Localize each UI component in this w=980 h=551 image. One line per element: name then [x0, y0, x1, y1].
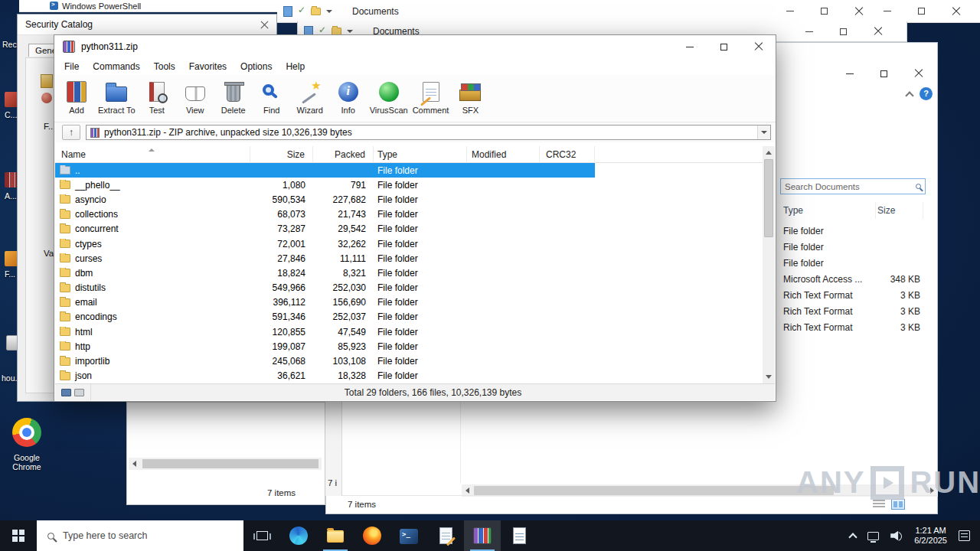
- archive-row-html[interactable]: html120,85547,549File folder: [55, 324, 595, 339]
- vertical-scrollbar[interactable]: [763, 146, 775, 383]
- maximize-button[interactable]: [807, 0, 841, 22]
- desktop-icon-label[interactable]: F...: [5, 269, 15, 279]
- scroll-left-icon[interactable]: [466, 487, 469, 494]
- scrollbar-thumb[interactable]: [474, 486, 834, 495]
- horizontal-scrollbar[interactable]: [129, 458, 322, 470]
- chrome-icon[interactable]: [12, 418, 41, 447]
- column-header-type[interactable]: Type: [780, 202, 876, 219]
- documents-row[interactable]: Rich Text Format3 KB: [780, 319, 926, 335]
- column-header-type[interactable]: Type: [374, 146, 467, 163]
- archive-row-asyncio[interactable]: asyncio590,534227,682File folder: [55, 192, 595, 207]
- thumbnail-view-icon[interactable]: [891, 499, 905, 510]
- task-view-button[interactable]: [243, 520, 280, 551]
- archive-row-distutils[interactable]: distutils549,966252,030File folder: [55, 281, 595, 295]
- explorer-pane[interactable]: 7 items: [126, 402, 325, 505]
- winrar-window[interactable]: python311.zip FileCommandsToolsFavorites…: [54, 34, 776, 402]
- archive-row-importlib[interactable]: importlib245,068103,108File folder: [55, 354, 595, 368]
- minimize-button[interactable]: [832, 63, 867, 84]
- archive-row-dbm[interactable]: dbm18,8248,321File folder: [55, 266, 595, 280]
- up-button[interactable]: [62, 125, 80, 140]
- archive-row-..[interactable]: ..File folder: [55, 163, 595, 178]
- taskbar-search-input[interactable]: Type here to search: [37, 520, 243, 551]
- documents-window-titlebar-1[interactable]: Documents: [277, 0, 980, 23]
- desktop-icon-label[interactable]: C...: [5, 110, 17, 119]
- minimize-button[interactable]: [870, 0, 904, 22]
- minimize-button[interactable]: [672, 35, 707, 58]
- documents-row[interactable]: File folder: [780, 239, 926, 255]
- toolbar-delete-button[interactable]: Delete: [214, 77, 253, 122]
- taskbar-firefox-button[interactable]: [354, 520, 390, 551]
- volume-icon[interactable]: [890, 530, 903, 541]
- close-button[interactable]: [901, 63, 936, 84]
- taskbar-notepad-button[interactable]: [427, 520, 464, 551]
- toolbar-find-button[interactable]: Find: [253, 77, 291, 122]
- taskbar-powershell-button[interactable]: [390, 520, 427, 551]
- close-icon[interactable]: [260, 21, 269, 29]
- start-button[interactable]: [0, 520, 37, 551]
- archive-row-collections[interactable]: collections68,07321,743File folder: [55, 207, 595, 222]
- archive-row-__phello__[interactable]: __phello__1,080791File folder: [55, 178, 595, 192]
- scrollbar-thumb[interactable]: [142, 459, 318, 468]
- menu-commands[interactable]: Commands: [86, 58, 146, 75]
- winrar-titlebar[interactable]: python311.zip: [54, 35, 776, 58]
- documents-row[interactable]: Microsoft Access ...348 KB: [780, 271, 926, 287]
- toolbar-comment-button[interactable]: Comment: [410, 77, 452, 122]
- toolbar-add-button[interactable]: Add: [57, 77, 96, 122]
- search-documents-input[interactable]: Search Documents: [780, 178, 926, 194]
- taskbar-clock[interactable]: 1:21 AM 6/2/2025: [914, 526, 947, 546]
- toolbar-virus-button[interactable]: VirusScan: [368, 77, 410, 122]
- close-button[interactable]: [939, 0, 973, 22]
- toolbar-test-button[interactable]: Test: [138, 77, 176, 122]
- column-header-size[interactable]: Size: [250, 146, 313, 163]
- documents-row[interactable]: File folder: [780, 255, 926, 271]
- archive-row-email[interactable]: email396,112156,690File folder: [55, 295, 595, 310]
- scrollbar-thumb[interactable]: [764, 159, 773, 237]
- taskbar-winrar-button[interactable]: [464, 520, 501, 551]
- archive-row-http[interactable]: http199,08785,923File folder: [55, 339, 595, 354]
- toolbar-info-button[interactable]: Info: [329, 77, 368, 122]
- column-header-crc32[interactable]: CRC32: [540, 146, 595, 163]
- desktop-icon-label[interactable]: A...: [5, 191, 17, 201]
- archive-row-json[interactable]: json36,62118,328File folder: [55, 369, 595, 383]
- archive-row-encodings[interactable]: encodings591,346252,037File folder: [55, 310, 595, 324]
- maximize-button[interactable]: [867, 63, 901, 84]
- powershell-titlebar[interactable]: Windows PowerShell: [19, 0, 277, 12]
- toolbar-wizard-button[interactable]: Wizard: [291, 77, 329, 122]
- ribbon-collapse-icon[interactable]: [905, 91, 913, 99]
- scroll-up-icon[interactable]: [766, 151, 772, 155]
- chevron-down-icon[interactable]: [326, 10, 332, 13]
- scroll-down-icon[interactable]: [766, 375, 772, 379]
- dropdown-icon[interactable]: [757, 126, 770, 139]
- maximize-button[interactable]: [707, 35, 741, 58]
- menu-favorites[interactable]: Favorites: [182, 58, 234, 75]
- archive-row-curses[interactable]: curses27,84611,111File folder: [55, 251, 595, 266]
- network-icon[interactable]: [867, 532, 879, 540]
- close-button[interactable]: [741, 35, 776, 58]
- folder-icon[interactable]: [311, 8, 321, 15]
- minimize-button[interactable]: [773, 0, 807, 22]
- archive-path-combobox[interactable]: python311.zip - ZIP archive, unpacked si…: [86, 125, 771, 140]
- column-header-size[interactable]: Size: [876, 202, 923, 219]
- taskbar-wordpad-button[interactable]: [501, 520, 537, 551]
- column-header-modified[interactable]: Modified: [467, 146, 540, 163]
- documents-row[interactable]: Rich Text Format3 KB: [780, 303, 926, 319]
- maximize-button[interactable]: [904, 0, 939, 22]
- archive-row-ctypes[interactable]: ctypes72,00132,262File folder: [55, 236, 595, 251]
- action-center-icon[interactable]: [959, 530, 970, 541]
- taskbar-explorer-button[interactable]: [317, 520, 354, 551]
- check-icon[interactable]: [298, 8, 305, 15]
- chevron-down-icon[interactable]: [347, 30, 353, 33]
- documents-row[interactable]: Rich Text Format3 KB: [780, 287, 926, 303]
- help-icon[interactable]: [920, 87, 933, 100]
- toolbar-view-button[interactable]: View: [176, 77, 214, 122]
- close-button[interactable]: [861, 21, 895, 41]
- menu-tools[interactable]: Tools: [147, 58, 182, 75]
- minimize-button[interactable]: [792, 21, 826, 41]
- taskbar-edge-button[interactable]: [280, 520, 317, 551]
- menu-file[interactable]: File: [57, 58, 86, 75]
- tray-chevron-icon[interactable]: [849, 533, 858, 541]
- details-view-icon[interactable]: [873, 500, 885, 509]
- column-header-packed[interactable]: Packed: [313, 146, 374, 163]
- menu-help[interactable]: Help: [279, 58, 312, 75]
- toolbar-extract-button[interactable]: Extract To: [96, 77, 138, 122]
